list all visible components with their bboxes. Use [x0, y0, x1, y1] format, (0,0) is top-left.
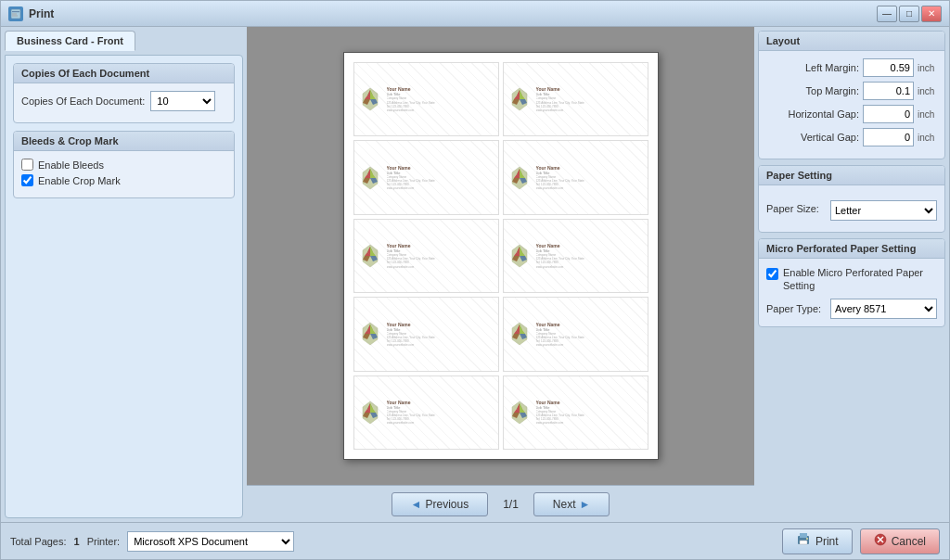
card-watermark	[354, 63, 498, 135]
business-card-8: Your Name Job Title Company Name123 Addr…	[503, 297, 648, 371]
svg-rect-3	[12, 15, 18, 16]
micro-perforated-section: Micro Perforated Paper Setting Enable Mi…	[758, 238, 945, 327]
tab-bar: Business Card - Front	[5, 31, 243, 51]
enable-bleeds-label[interactable]: Enable Bleeds	[38, 159, 104, 171]
layout-section-body: Left Margin: inch Top Margin: inch Horiz…	[759, 51, 944, 159]
paper-type-select[interactable]: Avery 8571 Avery 8472 Avery 8873	[830, 299, 937, 319]
close-button[interactable]: ✕	[921, 6, 942, 22]
cancel-button[interactable]: Cancel	[860, 528, 940, 554]
business-card-7: Your Name Job Title Company Name123 Addr…	[353, 297, 499, 371]
enable-micro-perforated-label[interactable]: Enable Micro Perforated Paper Setting	[783, 266, 937, 293]
previous-button[interactable]: ◄ Previous	[392, 492, 489, 516]
copies-section-body: Copies Of Each Document: 10 1 2 5 20 50	[14, 83, 234, 122]
card-watermark-3	[354, 141, 498, 213]
print-button[interactable]: Print	[782, 528, 853, 554]
title-bar: Print — □ ✕	[1, 1, 949, 27]
cancel-label: Cancel	[892, 535, 926, 548]
bleeds-section-title: Bleeds & Crop Mark	[14, 132, 234, 151]
total-pages-value: 1	[74, 536, 80, 547]
tab-business-card-front[interactable]: Business Card - Front	[5, 31, 135, 51]
enable-bleeds-checkbox[interactable]	[21, 159, 33, 171]
card-watermark-6	[504, 220, 648, 292]
enable-bleeds-row: Enable Bleeds	[21, 159, 226, 171]
printer-label: Printer:	[87, 536, 120, 547]
layout-section-title: Layout	[759, 32, 944, 51]
micro-perforated-body: Enable Micro Perforated Paper Setting Pa…	[759, 259, 944, 326]
card-watermark-10	[504, 376, 648, 449]
horizontal-gap-unit: inch	[918, 109, 934, 120]
copies-section: Copies Of Each Document Copies Of Each D…	[13, 63, 235, 123]
maximize-button[interactable]: □	[899, 6, 919, 22]
total-pages-label: Total Pages:	[10, 536, 67, 547]
card-watermark-5	[354, 220, 498, 292]
print-label: Print	[815, 535, 839, 548]
cancel-icon	[874, 533, 887, 549]
card-watermark-7	[354, 298, 498, 370]
printer-select[interactable]: Microsoft XPS Document PDF Printer Defau…	[127, 531, 294, 552]
left-panel: Business Card - Front Copies Of Each Doc…	[1, 27, 247, 522]
layout-section: Layout Left Margin: inch Top Margin: inc…	[758, 31, 945, 159]
center-panel: Your Name Job Title Company Name123 Addr…	[247, 27, 754, 522]
business-card-2: Your Name Job Title Company Name123 Addr…	[503, 62, 648, 136]
business-card-4: Your Name Job Title Company Name123 Addr…	[503, 140, 648, 214]
card-watermark-9	[354, 376, 498, 449]
left-margin-input[interactable]	[863, 58, 914, 77]
paper-setting-section: Paper Setting Paper Size: Letter A4 Lega…	[758, 165, 945, 233]
card-watermark-2	[504, 63, 648, 135]
svg-rect-66	[800, 541, 807, 544]
printer-select-wrap: Microsoft XPS Document PDF Printer Defau…	[127, 531, 294, 552]
enable-micro-perforated-checkbox[interactable]	[766, 268, 778, 280]
paper-type-row: Paper Type: Avery 8571 Avery 8472 Avery …	[766, 299, 937, 319]
enable-crop-mark-label[interactable]: Enable Crop Mark	[38, 175, 121, 186]
window-title: Print	[29, 7, 877, 20]
copies-section-title: Copies Of Each Document	[14, 64, 234, 83]
top-margin-row: Top Margin: inch	[766, 82, 937, 100]
business-card-3: Your Name Job Title Company Name123 Addr…	[353, 140, 499, 214]
vertical-gap-unit: inch	[918, 133, 934, 143]
paper-size-row: Paper Size: Letter A4 Legal A3 Tabloid	[766, 193, 937, 224]
svg-point-67	[806, 538, 808, 540]
main-content: Business Card - Front Copies Of Each Doc…	[1, 27, 949, 522]
paper-type-label: Paper Type:	[766, 303, 827, 314]
enable-crop-mark-checkbox[interactable]	[21, 174, 33, 186]
vertical-gap-row: Vertical Gap: inch	[766, 128, 937, 146]
horizontal-gap-input[interactable]	[863, 105, 914, 123]
left-margin-label: Left Margin:	[766, 62, 859, 73]
enable-perf-row: Enable Micro Perforated Paper Setting	[766, 266, 937, 293]
card-watermark-8	[504, 298, 648, 370]
paper-size-select[interactable]: Letter A4 Legal A3 Tabloid	[830, 200, 937, 221]
micro-perforated-title: Micro Perforated Paper Setting	[759, 239, 944, 259]
business-card-1: Your Name Job Title Company Name123 Addr…	[353, 62, 499, 136]
copies-field-row: Copies Of Each Document: 10 1 2 5 20 50	[21, 91, 226, 111]
svg-rect-2	[12, 13, 17, 14]
top-margin-input[interactable]	[863, 82, 914, 100]
right-panel: Layout Left Margin: inch Top Margin: inc…	[754, 27, 949, 522]
next-arrow-icon: ►	[580, 498, 591, 511]
horizontal-gap-row: Horizontal Gap: inch	[766, 105, 937, 123]
vertical-gap-label: Vertical Gap:	[766, 132, 859, 143]
previous-label: Previous	[425, 498, 469, 511]
enable-crop-mark-row: Enable Crop Mark	[21, 174, 226, 186]
horizontal-gap-label: Horizontal Gap:	[766, 108, 859, 120]
svg-rect-65	[800, 533, 807, 538]
preview-area: Your Name Job Title Company Name123 Addr…	[247, 27, 754, 485]
page-indicator: 1/1	[503, 498, 519, 511]
next-label: Next	[553, 498, 576, 511]
left-margin-row: Left Margin: inch	[766, 58, 937, 77]
bleeds-section-body: Enable Bleeds Enable Crop Mark	[14, 151, 234, 197]
business-card-10: Your Name Job Title Company Name123 Addr…	[503, 375, 648, 450]
next-button[interactable]: Next ►	[533, 492, 610, 516]
copies-label: Copies Of Each Document:	[21, 95, 145, 107]
page-preview: Your Name Job Title Company Name123 Addr…	[343, 52, 659, 460]
copies-select[interactable]: 10 1 2 5 20 50	[150, 91, 215, 111]
navigation-bar: ◄ Previous 1/1 Next ►	[247, 485, 754, 522]
window-icon	[8, 6, 23, 21]
card-watermark-4	[504, 141, 648, 213]
settings-area: Copies Of Each Document Copies Of Each D…	[5, 55, 243, 518]
business-card-6: Your Name Job Title Company Name123 Addr…	[503, 219, 648, 293]
minimize-button[interactable]: —	[877, 6, 897, 22]
vertical-gap-input[interactable]	[863, 128, 914, 146]
svg-rect-1	[12, 11, 19, 12]
bottom-bar: Total Pages: 1 Printer: Microsoft XPS Do…	[1, 522, 949, 559]
paper-setting-body: Paper Size: Letter A4 Legal A3 Tabloid	[759, 185, 944, 232]
